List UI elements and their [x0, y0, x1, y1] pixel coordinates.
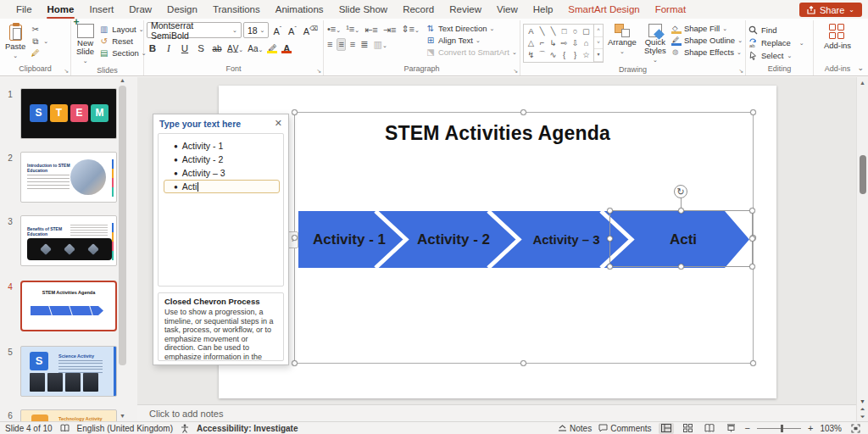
frame-handle-top-mid[interactable] — [520, 109, 526, 115]
slideshow-view-button[interactable] — [724, 423, 738, 434]
next-slide-button[interactable]: ⏷ — [860, 414, 865, 420]
line-spacing-button[interactable]: ⇕≡⌄ — [400, 24, 420, 36]
frame-handle-mid-left[interactable] — [292, 235, 298, 241]
tab-help[interactable]: Help — [526, 0, 561, 19]
convert-to-smartart-button[interactable]: ⬔Convert to SmartArt⌄ — [426, 47, 517, 58]
thumbnail-row-2[interactable]: 2 Introduction to STEM Education — [0, 152, 125, 203]
share-button[interactable]: Share ⌄ — [799, 3, 862, 17]
shape-handle-bottom-mid[interactable] — [678, 264, 684, 270]
shape-handle-top-left[interactable] — [607, 208, 613, 214]
reading-view-button[interactable] — [702, 423, 717, 434]
fit-to-window-button[interactable] — [849, 423, 863, 434]
frame-handle-bottom-mid[interactable] — [520, 360, 526, 366]
replace-button[interactable]: ab Replace⌄ — [748, 37, 804, 48]
addins-button[interactable]: Add-ins — [821, 22, 854, 50]
shapes-more-button[interactable]: ▾ — [594, 49, 603, 62]
text-pane-item-3[interactable]: ●Activity – 3 — [164, 166, 280, 180]
shape-handle-mid-left[interactable] — [607, 236, 613, 242]
tab-transitions[interactable]: Transitions — [205, 0, 268, 19]
strikethrough-button[interactable]: ab — [211, 44, 223, 53]
frame-handle-bottom-left[interactable] — [292, 360, 298, 366]
change-case-button[interactable]: Aa⌄ — [248, 44, 263, 53]
chevron-label-2[interactable]: Activity - 2 — [403, 211, 504, 268]
layout-button[interactable]: ▥Layout⌄ — [98, 25, 147, 35]
tab-view[interactable]: View — [489, 0, 526, 19]
frame-handle-bottom-right[interactable] — [750, 360, 756, 366]
shape-outline-button[interactable]: 🖉Shape Outline⌄ — [671, 36, 743, 46]
slide-thumbnail-3[interactable]: Benefits of STEM Education — [20, 215, 117, 266]
text-pane-item-1[interactable]: ●Activity - 1 — [164, 139, 280, 153]
rotate-handle-icon[interactable]: ↻ — [674, 185, 687, 198]
character-spacing-button[interactable]: A̲V̲⌄ — [227, 44, 243, 53]
text-direction-button[interactable]: ⇅Text Direction⌄ — [426, 24, 517, 34]
quick-styles-button[interactable]: Quick Styles⌄ — [641, 22, 670, 64]
shape-handle-mid-right[interactable] — [749, 236, 755, 242]
scroll-up-icon[interactable]: ▲ — [857, 80, 868, 86]
align-right-button[interactable]: ≡ — [349, 39, 356, 50]
shape-handle-bottom-left[interactable] — [607, 264, 613, 270]
notes-toggle-button[interactable]: Notes — [558, 424, 592, 433]
tab-smartart-design[interactable]: SmartArt Design — [560, 0, 647, 19]
thumbnail-row-3[interactable]: 3 Benefits of STEM Education — [0, 215, 125, 266]
selected-shape-outline[interactable] — [609, 210, 753, 267]
tab-design[interactable]: Design — [159, 0, 205, 19]
clear-formatting-button[interactable]: A⌫ — [301, 22, 320, 38]
tab-format[interactable]: Format — [648, 0, 693, 19]
collapse-ribbon-button[interactable]: ⌄ — [857, 64, 864, 72]
align-text-button[interactable]: ⊞Align Text⌄ — [426, 36, 517, 46]
cut-button[interactable]: ✂ — [30, 25, 48, 35]
slide-thumbnail-5[interactable]: S Science Activity — [20, 346, 117, 397]
close-icon[interactable]: ✕ — [275, 118, 282, 129]
zoom-out-button[interactable]: − — [745, 423, 750, 433]
font-color-button[interactable]: A — [281, 44, 292, 53]
copy-button[interactable]: ⧉⌄ — [30, 36, 48, 47]
vertical-scrollbar[interactable]: ▲ ▼ ⏶ ⏷ — [856, 77, 868, 421]
increase-font-button[interactable]: Aˆ — [270, 22, 284, 38]
italic-button[interactable]: I — [163, 43, 175, 53]
slide-thumbnail-2[interactable]: Introduction to STEM Education — [20, 152, 117, 203]
zoom-slider-thumb[interactable] — [781, 425, 783, 432]
accessibility-status[interactable]: Accessibility: Investigate — [197, 424, 298, 433]
chevron-label-3[interactable]: Activity – 3 — [515, 211, 617, 268]
thumbnail-row-1[interactable]: 1 S T E M — [0, 88, 125, 139]
shapes-gallery[interactable]: A╲╲□○▢ △⌐↳⇨⇩⌂ ↯⌒∿{}☆ ˄ ˅ ▾ — [523, 24, 604, 63]
paragraph-dialog-launcher[interactable]: ↘ — [513, 68, 518, 74]
slide-thumbnail-6[interactable]: Technology Activity — [20, 409, 117, 421]
shape-fill-button[interactable]: ◇Shape Fill⌄ — [671, 24, 743, 34]
numbering-button[interactable]: ¹≡⌄ — [345, 24, 360, 36]
tab-slide-show[interactable]: Slide Show — [331, 0, 396, 19]
text-pane-item-4-editing[interactable]: ●Acti — [164, 180, 280, 193]
new-slide-button[interactable]: New Slide ⌄ — [74, 22, 97, 65]
scroll-down-icon[interactable]: ▼ — [860, 398, 865, 404]
thumbnail-row-6[interactable]: 6 Technology Activity — [0, 409, 125, 421]
reset-button[interactable]: ↺Reset — [98, 36, 147, 47]
thumb-scroll-up-icon[interactable]: ▲ — [120, 77, 125, 83]
arrange-button[interactable]: Arrange⌄ — [605, 22, 639, 56]
tab-insert[interactable]: Insert — [81, 0, 121, 19]
language-label[interactable]: English (United Kingdom) — [77, 424, 173, 433]
shape-handle-bottom-right[interactable] — [749, 264, 755, 270]
shape-effects-button[interactable]: ◍Shape Effects⌄ — [671, 47, 743, 58]
slide-thumbnail-1[interactable]: S T E M — [20, 88, 117, 139]
clipboard-dialog-launcher[interactable]: ↘ — [64, 68, 69, 74]
normal-view-button[interactable] — [659, 423, 674, 434]
zoom-level[interactable]: 103% — [820, 424, 842, 433]
increase-indent-button[interactable]: ⇥≡ — [382, 25, 398, 36]
scrollbar-thumb[interactable] — [860, 155, 866, 194]
section-button[interactable]: ▤Section⌄ — [98, 48, 147, 58]
shape-handle-top-right[interactable] — [749, 208, 755, 214]
zoom-in-button[interactable]: + — [808, 423, 813, 433]
slide-thumbnail-4-selected[interactable]: STEM Activities Agenda — [20, 281, 117, 331]
font-name-combo[interactable]: Montserrat SemiBold⌄ — [147, 22, 242, 38]
decrease-font-button[interactable]: Aˇ — [286, 22, 299, 38]
shapes-scroll-down[interactable]: ˅ — [594, 37, 603, 50]
align-center-button[interactable]: ≡ — [337, 38, 345, 51]
comments-button[interactable]: Comments — [598, 424, 651, 433]
thumb-scroll-down-icon[interactable]: ▼ — [120, 413, 125, 419]
text-pane-item-2[interactable]: ●Activity - 2 — [164, 153, 280, 166]
thumb-scrollbar-thumb[interactable] — [119, 86, 126, 365]
tab-review[interactable]: Review — [442, 0, 489, 19]
bullets-button[interactable]: •≡⌄ — [326, 24, 342, 36]
text-shadow-button[interactable]: S — [195, 43, 207, 53]
shape-handle-top-mid[interactable] — [678, 208, 684, 214]
